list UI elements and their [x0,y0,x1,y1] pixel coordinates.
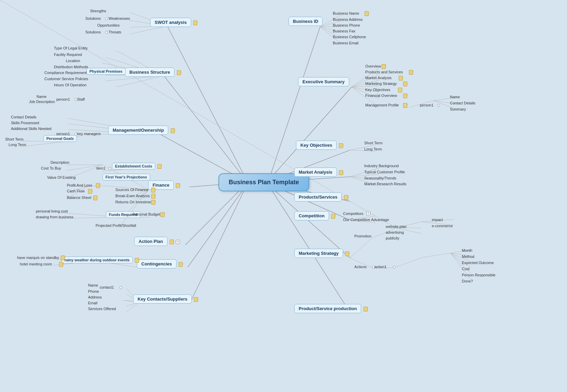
finance-cost-to-buy: Cost To Buy [41,166,61,170]
exec-market-note[interactable] [399,76,403,81]
exec-overview-note[interactable] [382,64,386,69]
finance-sources-note[interactable] [151,188,155,192]
exec-person1-contact: Contact Details [450,101,476,105]
exec-mgmt-note[interactable] [403,103,407,108]
staff-dot [74,98,77,101]
ko-short-term: Short Term [364,141,383,145]
swot-strengths: Strengths [90,9,106,13]
market-analysis-note[interactable] [339,170,343,175]
key-objectives-note[interactable] [339,143,343,148]
rainy-weather-note[interactable] [135,258,139,263]
finance-note-icon[interactable] [176,183,180,188]
first-years-projections-node[interactable]: First Year's Projections [102,175,150,179]
finance-item1: item1 [96,166,105,170]
biz-fax: Business Fax [333,29,355,33]
exec-marketing-note[interactable] [403,82,407,86]
svg-line-86 [350,238,372,258]
key-objectives-node[interactable]: Key Objectives [296,143,343,148]
finance-cash-flow-note[interactable] [88,189,92,194]
contingencies-node[interactable]: Contingencies [137,261,183,267]
finance-description: Description [51,160,69,164]
contingency-hotel-note[interactable] [59,262,63,267]
finance-profit-loss-note[interactable] [96,183,100,188]
contacts-email: Email [88,301,98,305]
finance-returns-note[interactable] [151,200,155,205]
personal-goals-label: Personal Goals [43,135,77,142]
exec-person1: person1 [420,103,434,107]
action-plan-note[interactable] [170,239,174,244]
exec-financial-overview: Financial Overview [365,93,397,98]
ms-action1: action1 [374,265,386,269]
swot-solutions2: Solutions [85,30,101,34]
finance-profit-loss: Profit And Loss [67,183,92,187]
svg-line-8 [270,87,352,179]
distribution-methods: Distribution Methods [54,65,88,69]
exec-management-profile: Management Profile [365,103,399,107]
action-plan-label: Action Plan [134,237,168,246]
competition-label: Competition [294,211,329,220]
finance-personal-budget-note[interactable] [160,212,165,217]
market-analysis-node[interactable]: Market Analysis [294,170,343,175]
mgmt-skills-possessed: Skills Possessed [11,121,39,125]
products-services-node[interactable]: Products/Services [294,194,348,200]
exec-products-note[interactable] [409,70,413,75]
facility-required: Facility Required [54,53,82,57]
marketing-strategy-node[interactable]: Marketing Strategy [294,251,349,256]
establishment-costs-note[interactable] [157,164,161,169]
executive-summary-node[interactable]: Executive Summary [298,79,349,84]
ms-action1-dot [393,266,396,268]
management-node[interactable]: Management/Ownership [108,128,175,133]
ms-month: Month [462,248,472,252]
finance-drawing: drawing from business [36,215,73,219]
compliance-requirements: Compliance Requirements [44,71,89,75]
product-service-prod-note[interactable] [364,307,368,311]
exec-fin-note[interactable] [403,93,407,98]
contingency-hotel: hotel meeting room [20,262,52,266]
ms-method: Method [462,255,474,259]
physical-premises-label: Physical Premises [86,68,126,75]
management-note-icon[interactable] [171,128,175,133]
comp-competitors-expand[interactable]: + [366,211,370,215]
contingencies-label: Contingencies [137,259,176,268]
finance-sources: Sources Of Finance [115,188,148,192]
establishment-costs-node[interactable]: Establishment Costs [112,164,161,169]
action-plan-node[interactable]: Action Plan + [134,239,180,244]
exec-key-obj-note[interactable] [398,88,402,92]
marketing-strategy-note[interactable] [345,251,349,256]
svg-line-0 [167,26,245,177]
finance-balance-sheet-note[interactable] [93,195,97,200]
products-services-note[interactable] [344,195,348,200]
staff-person1: person1 [56,97,70,101]
competition-note[interactable] [331,214,335,219]
comp-competitors: Competitors [343,212,363,216]
finance-value-existing: Value Of Existing [47,175,76,179]
physical-premises-node[interactable]: Physical Premises [86,69,126,74]
swot-node[interactable]: SWOT analysis [150,20,197,25]
finance-break-even-note[interactable] [151,194,155,199]
business-structure-node[interactable]: Business Structure [125,70,181,75]
key-contacts-note[interactable] [194,297,198,302]
key-contacts-label: Key Contacts/Suppliers [133,294,192,304]
business-id-node[interactable]: Business ID [288,19,323,24]
contingency-marquis-note[interactable] [61,256,65,260]
competition-node[interactable]: Competition [294,213,335,219]
exec-market-analysis: Market Analysis [365,76,392,80]
svg-line-5 [188,186,246,267]
business-structure-note-icon[interactable] [177,70,181,75]
contingencies-note[interactable] [179,262,183,267]
exec-overview: Overview [365,64,381,68]
key-objectives-label: Key Objectives [296,141,337,150]
ms-impact: impact [432,218,443,222]
personal-goals-node[interactable]: Personal Goals [43,136,77,141]
exec-person1-name: Name [450,95,460,99]
product-service-prod-label: Product/Service production [294,304,361,313]
key-contacts-node[interactable]: Key Contacts/Suppliers [133,296,198,302]
svg-line-25 [116,76,164,87]
biz-name-note[interactable] [365,11,369,16]
swot-note-icon[interactable] [193,20,197,25]
business-id-label: Business ID [288,17,323,26]
rainy-weather-node[interactable]: rainy weather during outdoor events [61,258,139,263]
finance-node[interactable]: Finance [148,183,180,188]
action-plan-expand[interactable]: + [176,240,180,244]
product-service-prod-node[interactable]: Product/Service production [294,306,368,311]
